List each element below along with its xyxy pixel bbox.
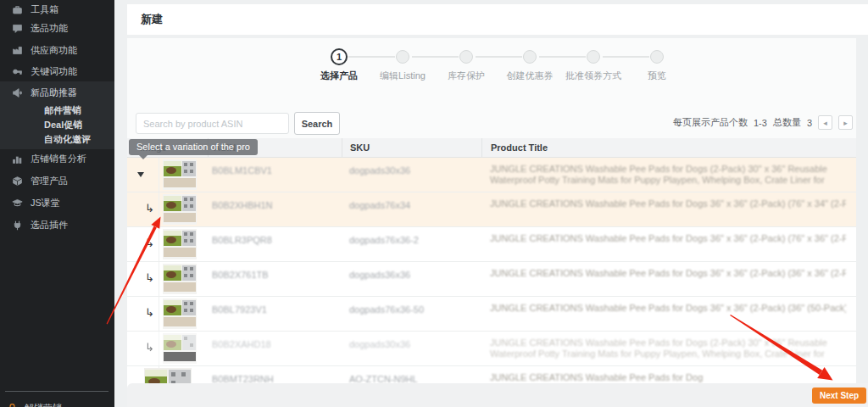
tooltip-text: Select a variation of the pro <box>136 142 250 152</box>
table-row[interactable]: ↳ B0BLR3PQR8 dogpads76x36-2 JUNGLE CREAT… <box>127 227 856 262</box>
asin-cell: B0BLM1CBV1 <box>212 165 272 176</box>
chat-bubble-icon <box>12 23 23 34</box>
box-icon <box>12 176 23 187</box>
column-divider <box>159 297 159 331</box>
chevron-right-icon: ▸ <box>843 119 848 127</box>
sidebar-item-js-classroom[interactable]: JS课堂 <box>0 192 114 214</box>
per-page-label: 每页展示产品个数 <box>673 116 748 129</box>
step-connector <box>476 56 522 58</box>
child-row-arrow-icon: ↳ <box>145 307 154 318</box>
sidebar-item-label: 关键词功能 <box>31 65 77 78</box>
sidebar-item-unlock-marketing[interactable]: 解锁营销 <box>0 397 114 407</box>
column-divider <box>159 227 159 261</box>
asin-cell: B0B2XHBH1N <box>212 200 273 210</box>
asin-cell: B0BLR3PQR8 <box>212 235 272 245</box>
column-header-sku: SKU <box>342 138 481 157</box>
sidebar-item-product-research[interactable]: 选品功能 <box>0 17 114 39</box>
product-title-cell: JUNGLE CREATIONS Washable Pee Pads for D… <box>490 233 846 245</box>
sidebar-item-label: 选品功能 <box>31 22 68 35</box>
step-circle-2[interactable] <box>396 50 409 64</box>
plug-icon <box>12 220 23 231</box>
sidebar-item-launch-booster[interactable]: 新品助推器 <box>0 81 114 103</box>
child-row-arrow-icon: ↳ <box>145 203 154 214</box>
sidebar-subitem-deal-promotion[interactable]: Deal促销 <box>0 118 114 132</box>
key-icon <box>12 66 23 77</box>
total-count: 3 <box>807 118 812 128</box>
factory-icon <box>12 45 23 56</box>
step-connector <box>412 56 459 58</box>
sidebar-item-store-analytics[interactable]: 店铺销售分析 <box>0 148 114 170</box>
asin-cell: B0BL7923V1 <box>212 304 267 315</box>
product-title-cell: JUNGLE CREATIONS Washable Pee Pads for D… <box>490 337 846 360</box>
sidebar-item-label: JS课堂 <box>31 197 60 209</box>
step-circle-4[interactable] <box>523 50 537 64</box>
sidebar-item-manage-products[interactable]: 管理产品 <box>0 170 114 192</box>
product-title-cell: JUNGLE CREATIONS Washable Pee Pads for D… <box>490 372 846 384</box>
tooltip-caret-icon <box>139 155 147 159</box>
step-circle-6[interactable] <box>650 50 664 64</box>
pagination: 每页展示产品个数 1-3 总数量 3 ◂ ▸ <box>673 115 853 130</box>
total-label: 总数量 <box>773 116 801 129</box>
sku-cell: dogpads30x36 <box>349 165 410 176</box>
sku-cell: dogpads36x36 <box>349 270 410 280</box>
lock-icon <box>7 403 18 407</box>
sku-cell: dogpads76x36-2 <box>349 235 419 245</box>
column-divider <box>159 332 159 365</box>
next-page-button[interactable]: ▸ <box>838 115 853 130</box>
table-row[interactable]: ↳ B0B2X761TB dogpads36x36 JUNGLE CREATIO… <box>127 262 856 297</box>
chevron-left-icon: ◂ <box>823 119 827 127</box>
sidebar-item-supplier[interactable]: 供应商功能 <box>0 39 114 61</box>
sidebar-item-product-plugin[interactable]: 选品插件 <box>0 214 114 236</box>
sidebar-subitem-label: 邮件营销 <box>44 104 81 117</box>
tooltip: Select a variation of the pro <box>129 139 258 155</box>
product-thumbnail <box>163 333 197 364</box>
next-step-button[interactable]: Next Step <box>812 387 866 404</box>
search-button[interactable]: Search <box>294 112 340 135</box>
table-row[interactable]: ↳ B0B2XAHD18 dogpads30x36 JUNGLE CREATIO… <box>127 332 856 366</box>
product-title-cell: JUNGLE CREATIONS Washable Pee Pads for D… <box>490 268 846 280</box>
product-title-cell: JUNGLE CREATIONS Washable Pee Pads for D… <box>490 198 846 210</box>
sidebar-item-label: 工具箱 <box>31 3 58 16</box>
step-connector <box>348 56 395 58</box>
page-header: 新建 <box>127 4 868 35</box>
sidebar-item-keyword[interactable]: 关键词功能 <box>0 60 114 82</box>
page-range: 1-3 <box>754 118 767 128</box>
sku-cell: dogpads76x36-50 <box>349 304 424 315</box>
step-number: 1 <box>337 52 342 62</box>
table-row[interactable]: ↳ B0BL7923V1 dogpads76x36-50 JUNGLE CREA… <box>127 297 856 332</box>
child-row-arrow-icon: ↳ <box>145 342 154 353</box>
expand-caret-icon[interactable] <box>137 172 144 177</box>
column-divider <box>159 192 159 226</box>
asin-cell: B0B2XAHD18 <box>212 339 271 349</box>
step-label-preview: 预览 <box>619 70 695 82</box>
step-circle-3[interactable] <box>459 50 473 64</box>
bar-chart-icon <box>12 153 23 164</box>
sidebar-item-label: 新品助推器 <box>31 86 77 99</box>
sidebar-subitem-auto-review[interactable]: 自动化邀评 <box>0 132 114 147</box>
search-input[interactable] <box>136 113 289 134</box>
footer-bar <box>127 383 868 407</box>
sidebar-item-label: 解锁营销 <box>25 402 62 407</box>
step-connector <box>603 56 649 58</box>
sku-cell: dogpads30x36 <box>349 339 410 349</box>
table-row[interactable]: B0BLM1CBV1 dogpads30x36 JUNGLE CREATIONS… <box>127 158 856 192</box>
sidebar-divider <box>5 391 108 392</box>
app-window: { "app": { "page_title": "新建" }, "sideba… <box>0 0 868 407</box>
product-thumbnail <box>163 264 197 294</box>
product-title-cell: JUNGLE CREATIONS Washable Pee Pads for D… <box>490 164 846 187</box>
child-row-arrow-icon: ↳ <box>145 237 154 248</box>
megaphone-icon <box>12 87 23 98</box>
column-divider <box>159 158 159 192</box>
step-circle-5[interactable] <box>587 50 600 64</box>
step-circle-1[interactable]: 1 <box>331 48 348 65</box>
sidebar-item-label: 管理产品 <box>31 175 68 187</box>
product-thumbnail <box>163 194 197 225</box>
product-thumbnail <box>163 159 197 190</box>
prev-page-button[interactable]: ◂ <box>818 115 832 130</box>
table-row[interactable]: ↳ B0B2XHBH1N dogpads76x34 JUNGLE CREATIO… <box>127 192 856 227</box>
product-title-cell: JUNGLE CREATIONS Washable Pee Pads for D… <box>490 303 846 315</box>
sidebar: 工具箱 选品功能 供应商功能 关键词功能 新品助推器 邮件营销 Deal促销 自… <box>0 0 114 407</box>
sidebar-subitem-email-marketing[interactable]: 邮件营销 <box>0 103 114 118</box>
sidebar-item-label: 店铺销售分析 <box>31 153 86 165</box>
step-connector <box>539 56 586 58</box>
